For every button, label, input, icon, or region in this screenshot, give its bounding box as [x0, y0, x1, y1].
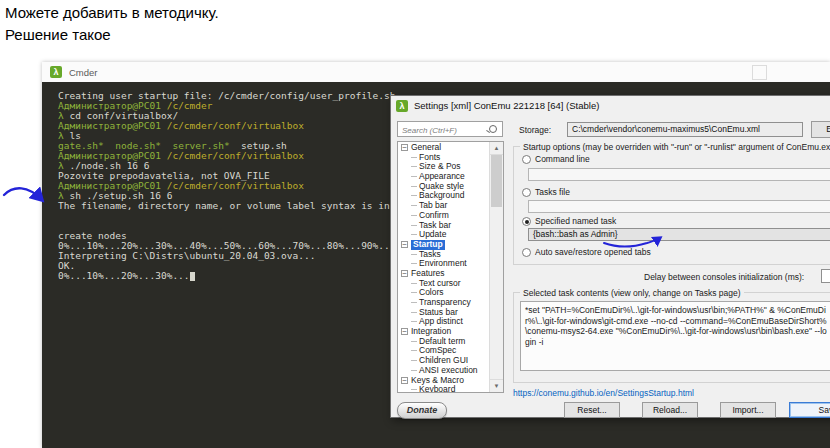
delay-spinner[interactable] — [821, 269, 830, 283]
collapse-icon[interactable]: – — [401, 328, 408, 335]
radio-tasks-file[interactable] — [522, 188, 531, 197]
terminal-cursor — [190, 272, 195, 281]
export-button[interactable]: Export... — [811, 121, 830, 138]
settings-title: Settings [xml] ConEmu 221218 [64] (Stabl… — [414, 100, 599, 111]
note-line-2: Решение такое — [5, 26, 111, 43]
startup-options-group: Startup options (may be overriden with "… — [513, 146, 830, 265]
scrollbar-thumb[interactable] — [491, 155, 502, 207]
reset-button[interactable]: Reset... — [564, 402, 620, 418]
tree-item-general[interactable]: –General — [398, 143, 490, 153]
radio-command-line-label: Command line — [535, 154, 590, 164]
conemu-lambda-icon: λ — [396, 100, 408, 112]
radio-tasks-file-label: Tasks file — [535, 187, 570, 197]
task-contents-group: Selected task contents (view only, chang… — [513, 292, 830, 383]
scroll-up-icon[interactable]: ▲ — [490, 142, 503, 155]
tree-item-text-cursor[interactable]: Text cursor — [398, 279, 490, 289]
settings-titlebar[interactable]: λ Settings [xml] ConEmu 221218 [64] (Sta… — [391, 96, 830, 115]
collapse-icon[interactable]: – — [401, 241, 408, 248]
radio-specified-named-task-label: Specified named task — [535, 216, 616, 226]
radio-auto-save-restore[interactable] — [522, 248, 531, 257]
collapse-icon[interactable]: – — [401, 144, 408, 151]
task-contents-title: Selected task contents (view only, chang… — [520, 288, 744, 298]
settings-dialog: λ Settings [xml] ConEmu 221218 [64] (Sta… — [390, 95, 830, 418]
tasks-file-field[interactable] — [528, 200, 830, 213]
tree-item-startup[interactable]: –Startup — [398, 240, 490, 250]
cmder-lambda-icon: λ — [50, 66, 62, 78]
startup-options-title: Startup options (may be overriden with "… — [520, 142, 830, 152]
radio-auto-save-restore-label: Auto save/restore opened tabs — [535, 247, 651, 257]
scroll-down-icon[interactable]: ▼ — [490, 379, 503, 392]
page: Можете добавить в методичку. Решение так… — [0, 0, 830, 448]
storage-label: Storage: — [519, 125, 551, 135]
import-button[interactable]: Import... — [720, 402, 776, 418]
delay-label: Delay between consoles initialization (m… — [644, 272, 804, 282]
reload-button[interactable]: Reload... — [642, 402, 698, 418]
search-icon — [489, 125, 497, 133]
tree-item-update[interactable]: Update — [398, 230, 490, 240]
tree-item-keyboard[interactable]: Keyboard — [398, 385, 490, 393]
note-line-1: Можете добавить в методичку. — [5, 4, 219, 21]
donate-button[interactable]: Donate — [397, 402, 447, 419]
radio-command-line[interactable] — [522, 155, 531, 164]
command-line-field[interactable] — [528, 168, 830, 181]
tree-scrollbar[interactable]: ▲ ▼ — [489, 142, 503, 392]
named-task-combobox[interactable]: {bash::bash as Admin} — [528, 228, 830, 241]
cmder-titlebar[interactable]: λ Cmder — [42, 62, 830, 83]
task-contents-text[interactable]: *set "PATH=%ConEmuDir%\..\git-for-window… — [520, 301, 830, 371]
cmder-window-title: Cmder — [69, 67, 98, 78]
settings-tree[interactable]: –GeneralFontsSize & PosAppearanceQuake s… — [397, 141, 504, 393]
settings-search[interactable] — [397, 121, 503, 137]
maximize-button[interactable] — [752, 65, 767, 80]
storage-field[interactable]: C:\cmder\vendor\conemu-maximus5\ConEmu.x… — [567, 122, 803, 137]
collapse-icon[interactable]: – — [401, 377, 408, 384]
search-input[interactable] — [400, 123, 490, 137]
collapse-icon[interactable]: – — [401, 270, 408, 277]
radio-specified-named-task[interactable] — [522, 217, 531, 226]
settings-help-link[interactable]: https://conemu.github.io/en/SettingsStar… — [513, 388, 694, 398]
save-settings-button[interactable]: Save settings — [789, 402, 830, 418]
